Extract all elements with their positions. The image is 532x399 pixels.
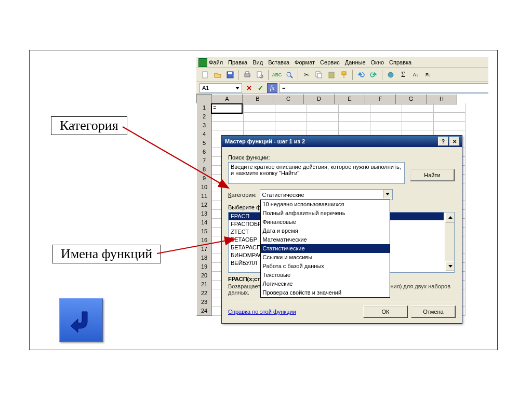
- formula-input[interactable]: =: [280, 83, 488, 93]
- col-header[interactable]: G: [396, 94, 427, 104]
- row-header[interactable]: 7: [196, 156, 212, 166]
- print-icon[interactable]: [242, 69, 253, 81]
- cell[interactable]: [212, 121, 244, 130]
- name-box-dropdown-icon[interactable]: [235, 87, 240, 89]
- cell[interactable]: [370, 121, 402, 130]
- category-option[interactable]: Работа с базой данных: [261, 262, 390, 271]
- cell[interactable]: [212, 112, 244, 122]
- cell[interactable]: [307, 121, 339, 130]
- research-icon[interactable]: [284, 69, 295, 81]
- row-header[interactable]: 23: [196, 298, 212, 307]
- row-header[interactable]: 10: [196, 183, 212, 192]
- col-header[interactable]: D: [304, 94, 335, 104]
- autosum-icon[interactable]: Σ: [397, 69, 409, 81]
- menu-data[interactable]: Данные: [345, 59, 366, 65]
- ok-button[interactable]: ОК: [363, 305, 408, 318]
- cancel-button[interactable]: Отмена: [411, 305, 456, 318]
- open-icon[interactable]: [212, 69, 223, 81]
- row-header[interactable]: 20: [196, 271, 212, 281]
- row-header[interactable]: 2: [196, 112, 212, 122]
- name-box[interactable]: A1: [200, 83, 242, 93]
- category-option[interactable]: Ссылки и массивы: [261, 253, 390, 262]
- row-header[interactable]: 5: [196, 139, 212, 148]
- row-header[interactable]: 18: [196, 254, 212, 263]
- redo-icon[interactable]: [368, 69, 379, 81]
- col-header[interactable]: A: [212, 94, 243, 104]
- row-header[interactable]: 17: [196, 245, 212, 254]
- scroll-down-icon[interactable]: [445, 261, 455, 271]
- row-header[interactable]: 15: [196, 227, 212, 236]
- row-header[interactable]: 16: [196, 236, 212, 245]
- row-header[interactable]: 6: [196, 148, 212, 157]
- menu-bar[interactable]: Файл Правка Вид Вставка Формат Сервис Да…: [196, 57, 488, 68]
- col-header[interactable]: E: [335, 94, 365, 104]
- combo-dropdown-icon[interactable]: [383, 190, 392, 198]
- category-dropdown-list[interactable]: 10 недавно использовавшихсяПолный алфави…: [260, 200, 390, 298]
- cell[interactable]: [307, 112, 339, 122]
- cell[interactable]: [339, 121, 370, 130]
- col-header[interactable]: H: [427, 94, 457, 104]
- return-button[interactable]: [59, 298, 103, 342]
- save-icon[interactable]: [224, 69, 236, 81]
- undo-icon[interactable]: [355, 69, 367, 81]
- row-header[interactable]: 13: [196, 209, 212, 219]
- col-header[interactable]: C: [273, 94, 304, 104]
- category-combo[interactable]: Статистические 10 недавно использовавших…: [260, 189, 393, 200]
- fx-icon[interactable]: fx: [267, 83, 277, 93]
- cell[interactable]: [244, 112, 275, 122]
- hyperlink-icon[interactable]: [385, 69, 396, 81]
- menu-window[interactable]: Окно: [371, 59, 384, 65]
- row-header[interactable]: 21: [196, 280, 212, 289]
- col-header[interactable]: B: [243, 94, 273, 104]
- category-option[interactable]: Логические: [261, 280, 390, 288]
- cell[interactable]: [275, 103, 307, 113]
- cell[interactable]: [339, 112, 370, 122]
- find-button[interactable]: Найти: [410, 169, 455, 181]
- close-icon[interactable]: ✕: [449, 137, 460, 146]
- category-option[interactable]: Дата и время: [261, 227, 390, 235]
- cell[interactable]: [275, 112, 307, 122]
- row-header[interactable]: 22: [196, 289, 212, 298]
- help-button[interactable]: ?: [438, 137, 448, 146]
- row-header[interactable]: 12: [196, 201, 212, 210]
- menu-edit[interactable]: Правка: [228, 59, 247, 65]
- enter-formula-icon[interactable]: ✓: [256, 84, 265, 92]
- cancel-formula-icon[interactable]: ✕: [244, 84, 254, 92]
- row-header[interactable]: 19: [196, 262, 212, 272]
- cell[interactable]: [402, 103, 434, 113]
- cell[interactable]: [434, 112, 466, 122]
- cell[interactable]: =: [212, 103, 244, 113]
- category-option[interactable]: Финансовые: [261, 218, 390, 227]
- row-header[interactable]: 14: [196, 218, 212, 228]
- cell[interactable]: [339, 103, 370, 113]
- row-header[interactable]: 11: [196, 192, 212, 201]
- cell[interactable]: [307, 103, 339, 113]
- row-header[interactable]: 8: [196, 165, 212, 175]
- cell[interactable]: [402, 121, 434, 130]
- row-header[interactable]: 4: [196, 130, 212, 139]
- menu-view[interactable]: Вид: [252, 59, 263, 65]
- category-option[interactable]: Полный алфавитный перечень: [261, 209, 390, 218]
- menu-tools[interactable]: Сервис: [320, 59, 340, 65]
- cell[interactable]: [402, 112, 434, 122]
- cell[interactable]: [370, 112, 402, 122]
- category-option[interactable]: Статистические: [261, 244, 390, 253]
- dialog-titlebar[interactable]: Мастер функций - шаг 1 из 2 ? ✕: [222, 136, 462, 147]
- new-icon[interactable]: [200, 69, 211, 81]
- scroll-up-icon[interactable]: [445, 212, 455, 222]
- row-header[interactable]: 24: [196, 307, 212, 316]
- function-help-link[interactable]: Справка по этой функции: [228, 309, 296, 315]
- search-input[interactable]: Введите краткое описание действия, котор…: [228, 162, 405, 184]
- category-option[interactable]: Проверка свойств и значений: [261, 288, 390, 297]
- cell[interactable]: [275, 121, 307, 130]
- row-header[interactable]: 1: [196, 103, 212, 113]
- menu-format[interactable]: Формат: [295, 59, 315, 65]
- copy-icon[interactable]: [313, 69, 325, 81]
- row-header[interactable]: 3: [196, 121, 212, 130]
- category-option[interactable]: Математические: [261, 235, 390, 244]
- paste-icon[interactable]: [326, 69, 337, 81]
- sort-asc-icon[interactable]: A↓: [410, 69, 421, 81]
- format-painter-icon[interactable]: [338, 69, 350, 81]
- col-header[interactable]: F: [365, 94, 396, 104]
- cell[interactable]: [370, 103, 402, 113]
